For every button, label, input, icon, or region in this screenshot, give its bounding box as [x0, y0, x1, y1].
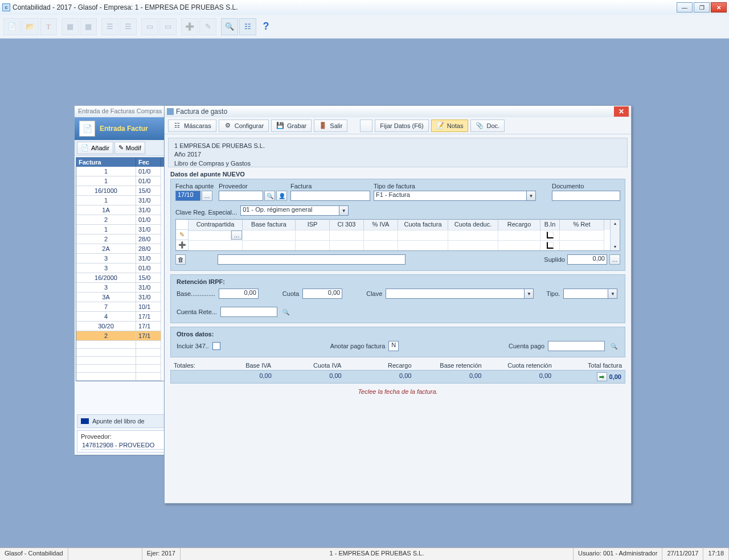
proveedor-input[interactable]: [219, 191, 263, 201]
tipo-factura-label: Tipo de factura: [374, 183, 536, 190]
config-icon: ⚙: [224, 122, 232, 130]
modify-button[interactable]: ✎Modif: [114, 142, 145, 154]
cuenta-pago-search-button[interactable]: 🔍: [608, 341, 619, 351]
retencion-title: Retención IRPF:: [177, 278, 619, 285]
tb-open-icon[interactable]: 📂: [22, 18, 39, 35]
cuenta-pago-label: Cuenta pago: [509, 343, 544, 349]
suplido-label: Suplido: [544, 256, 565, 263]
contrapartida-lookup-button[interactable]: …: [231, 230, 242, 240]
tipo-factura-select[interactable]: F1 - Factura ▼: [374, 191, 536, 201]
doc-button[interactable]: 📎Doc.: [470, 120, 505, 132]
base-input[interactable]: 0,00: [219, 289, 259, 299]
totals-label: Totales:: [170, 361, 204, 370]
tb-doc2-icon[interactable]: ▦: [80, 18, 97, 35]
recargo-value: 0,00: [345, 370, 415, 383]
tb-list2-icon[interactable]: ☰: [120, 18, 137, 35]
proveedor-label: Proveedor: [219, 183, 287, 190]
workspace: Entrada de Facturas Compras 📄 Entrada Fa…: [0, 39, 729, 547]
edit-icon: ✎: [118, 144, 124, 151]
cuenta-rete-input[interactable]: [220, 307, 277, 317]
totals-header: Totales: Base IVA Cuota IVA Recargo Base…: [170, 361, 625, 370]
company-book: Libro de Compras y Gastos: [174, 159, 419, 168]
cuota-ret-label: Cuota retención: [485, 361, 555, 370]
cuenta-rete-search-button[interactable]: 🔍: [281, 307, 292, 317]
incluir-347-checkbox[interactable]: [212, 342, 220, 350]
maximize-button[interactable]: ❐: [694, 2, 710, 13]
delete-line-button[interactable]: 🗑: [175, 254, 186, 265]
cuenta-pago-input[interactable]: [548, 341, 605, 351]
configurar-button[interactable]: ⚙Configurar: [219, 120, 269, 132]
col-isp: ISP: [296, 220, 330, 230]
grid-row-add-icon[interactable]: ➕: [176, 240, 189, 250]
grabar-button[interactable]: 💾Grabar: [271, 120, 312, 132]
status-bar: Glasof - Contabilidad Ejer: 2017 1 - EMP…: [0, 547, 729, 560]
tb-group1-icon[interactable]: ▭: [141, 18, 158, 35]
suplido-input[interactable]: 0,00: [567, 254, 607, 265]
expense-window-close-button[interactable]: ✕: [614, 106, 629, 117]
clave-select[interactable]: ▼: [386, 289, 534, 299]
cuota-iva-label: Cuota IVA: [275, 361, 345, 370]
fecha-apunte-input[interactable]: 17/10: [175, 191, 200, 201]
anotar-pago-input[interactable]: N: [388, 341, 399, 351]
section-datos-label: Datos del apunte NUEVO: [170, 171, 625, 178]
cuota-ret-value: 0,00: [485, 370, 555, 383]
fecha-lookup-button[interactable]: …: [202, 191, 212, 201]
fijar-datos-button[interactable]: Fijar Datos (F6): [375, 120, 428, 132]
col-contrapartida: Contrapartida: [189, 220, 243, 230]
col-recargo: Recargo: [498, 220, 540, 230]
documento-input[interactable]: [552, 191, 620, 201]
incluir-347-label: Incluir 347..: [177, 343, 209, 349]
add-button[interactable]: 📄Añadir: [77, 142, 113, 154]
provider-label: Proveedor:: [81, 433, 112, 440]
status-app: Glasof - Contabilidad: [0, 548, 68, 560]
minimize-button[interactable]: —: [677, 2, 693, 13]
base-ret-value: 0,00: [415, 370, 485, 383]
cuota-input[interactable]: 0,00: [302, 289, 342, 299]
bin-checkbox[interactable]: [547, 232, 554, 238]
go-icon[interactable]: ➡: [597, 372, 607, 381]
col-cl303: Cl 303: [330, 220, 364, 230]
blank-button[interactable]: [360, 120, 372, 132]
clave-reg-select[interactable]: 01 - Op. régimen general ▼: [240, 205, 349, 216]
doc-icon: 📎: [476, 122, 484, 130]
grid-scrollbar[interactable]: ▴▾: [610, 220, 620, 250]
chevron-down-icon: ▼: [526, 191, 536, 201]
base-label: Base..............: [177, 290, 215, 297]
lines-grid[interactable]: ✎ ➕ Contrapartida Base factura ISP Cl 30…: [175, 219, 620, 251]
tb-add-icon[interactable]: ➕: [181, 18, 198, 35]
tb-help-icon[interactable]: ?: [257, 18, 275, 35]
tb-list1-icon[interactable]: ☰: [101, 18, 118, 35]
chevron-down-icon: ▼: [339, 205, 349, 216]
grid-row[interactable]: [189, 240, 610, 250]
salir-button[interactable]: 🚪Salir: [314, 120, 347, 132]
tipo-select[interactable]: ▼: [563, 289, 617, 299]
tb-edit-icon[interactable]: ✎: [199, 18, 216, 35]
tb-new-icon[interactable]: 📄: [3, 18, 21, 35]
status-fecha: 27/11/2017: [662, 548, 703, 560]
grid-row[interactable]: …: [189, 230, 610, 240]
app-title: Contabilidad - 2017 - Glasof - Empresa: …: [13, 3, 238, 11]
app-icon: c: [2, 3, 10, 11]
grid-row-edit-icon[interactable]: ✎: [176, 230, 189, 240]
tb-doc1-icon[interactable]: ▦: [62, 18, 79, 35]
tb-group2-icon[interactable]: ▭: [159, 18, 177, 35]
suplido-lookup-button[interactable]: …: [609, 254, 620, 265]
cuota-label: Cuota: [282, 290, 299, 297]
bin-checkbox[interactable]: [547, 242, 554, 249]
tb-text-icon[interactable]: T: [40, 18, 57, 35]
tb-search-icon[interactable]: 🔍: [221, 18, 238, 35]
main-toolbar: 📄 📂 T ▦ ▦ ☰ ☰ ▭ ▭ ➕ ✎ 🔍 ☷ ?: [0, 15, 729, 39]
proveedor-search-button[interactable]: 🔍: [264, 191, 275, 201]
description-input[interactable]: [218, 254, 406, 265]
factura-input[interactable]: [290, 191, 370, 201]
clave-reg-label: Clave Reg. Especial...: [175, 209, 237, 216]
window-icon: [167, 108, 174, 115]
mascaras-button[interactable]: ☷Máscaras: [168, 120, 216, 132]
tb-report-icon[interactable]: ☷: [239, 18, 256, 35]
col-cuota-deduc: Cuota deduc.: [448, 220, 498, 230]
close-button[interactable]: ✕: [711, 2, 727, 13]
retencion-form: Retención IRPF: Base.............. 0,00 …: [170, 274, 625, 323]
notas-button[interactable]: 📝Notas: [431, 120, 469, 132]
documento-label: Documento: [552, 183, 620, 190]
proveedor-person-button[interactable]: 👤: [276, 191, 287, 201]
